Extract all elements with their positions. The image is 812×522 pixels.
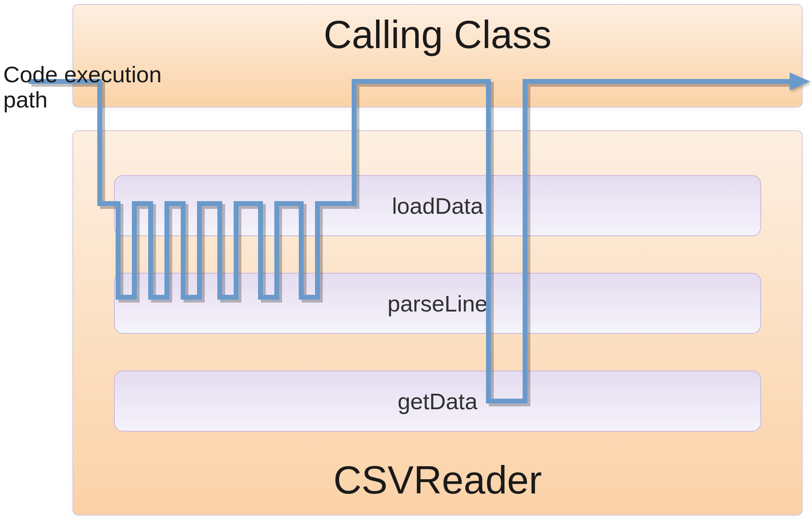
method-parseline: parseLine: [114, 273, 761, 334]
calling-class-box: Calling Class: [72, 4, 803, 107]
execution-path-label: Code execution path: [3, 62, 162, 112]
calling-class-title: Calling Class: [73, 12, 802, 57]
method-getdata: getData: [114, 371, 761, 432]
execution-path-label-line2: path: [3, 87, 48, 112]
execution-path-label-line1: Code execution: [3, 61, 162, 87]
method-loaddata: loadData: [114, 175, 761, 236]
csvreader-title: CSVReader: [73, 458, 802, 502]
